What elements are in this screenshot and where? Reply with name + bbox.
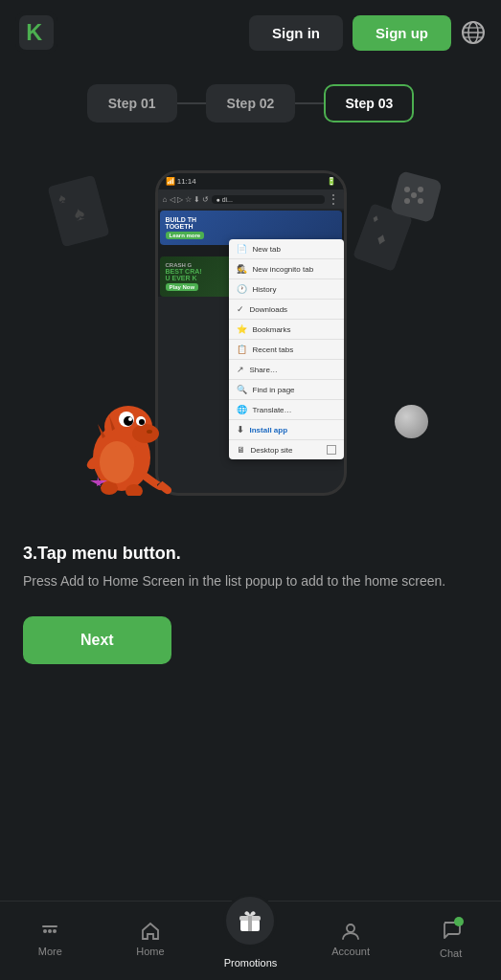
share-icon: ↗ [237, 365, 244, 374]
next-button[interactable]: Next [23, 616, 171, 664]
svg-point-32 [100, 441, 134, 483]
menu-recent-tabs: 📋 Recent tabs [229, 340, 344, 360]
menu-desktop: 🖥 Desktop site [229, 440, 344, 459]
menu-incognito: 🕵 New incognito tab [229, 259, 344, 279]
account-icon [340, 921, 361, 942]
bookmarks-icon: ⭐ [237, 324, 247, 334]
nav-item-promotions[interactable]: Promotions [200, 909, 301, 969]
account-label: Account [331, 946, 370, 957]
nav-item-home[interactable]: Home [101, 921, 201, 957]
step-01: Step 01 [87, 84, 177, 122]
globe-icon [461, 20, 486, 45]
learn-more-btn: Learn more [166, 232, 205, 239]
dino-mascot [69, 381, 174, 496]
menu-translate: 🌐 Translate… [229, 400, 344, 420]
more-icon [39, 921, 60, 942]
desktop-icon: 🖥 [237, 445, 245, 455]
home-label: Home [136, 946, 164, 957]
phone-battery: 🔋 [327, 177, 336, 186]
next-button-container: Next [0, 601, 501, 693]
svg-rect-38 [42, 925, 57, 927]
home-icon [140, 921, 161, 942]
step-03: Step 03 [324, 84, 414, 122]
svg-rect-41 [248, 916, 252, 931]
menu-install: ⬇ Install app [229, 420, 344, 440]
recent-tabs-icon: 📋 [237, 345, 247, 354]
browser-menu-icon[interactable]: ⋮ [328, 192, 339, 206]
nav-item-chat[interactable]: Chat [400, 919, 501, 959]
menu-downloads: ✓ Downloads [229, 300, 344, 320]
browser-url: ● di... [212, 195, 324, 204]
header-buttons: Sign in Sign up [249, 15, 486, 51]
new-tab-icon: 📄 [237, 244, 247, 254]
logo: K [15, 11, 57, 54]
menu-find: 🔍 Find in page [229, 380, 344, 400]
steps-container: Step 01 Step 02 Step 03 [0, 65, 501, 142]
svg-point-24 [128, 417, 132, 421]
incognito-icon: 🕵 [237, 264, 247, 274]
chat-badge [454, 917, 464, 926]
phone-mockup: 📶 11:14 🔋 ⌂ ◁ ▷ ☆ ⬇ ↺ ● di... ⋮ BUILD TH… [155, 170, 347, 496]
menu-bookmarks: ⭐ Bookmarks [229, 320, 344, 340]
svg-point-27 [147, 430, 152, 434]
bottom-navigation: More Home Promotions Account [0, 901, 501, 980]
step-connector-1 [177, 102, 206, 104]
history-icon: 🕐 [237, 284, 247, 294]
translate-icon: 🌐 [237, 405, 247, 414]
promotions-icon [237, 907, 263, 934]
step-02: Step 02 [206, 84, 296, 122]
dice-decoration [390, 170, 443, 223]
header: K Sign in Sign up [0, 0, 501, 65]
menu-new-tab: 📄 New tab [229, 239, 344, 259]
phone-time: 📶 11:14 [166, 177, 196, 186]
svg-point-26 [139, 419, 145, 425]
context-menu: 📄 New tab 🕵 New incognito tab 🕐 History … [229, 239, 344, 459]
ball-decoration [395, 405, 428, 438]
svg-point-36 [48, 929, 52, 933]
signup-button[interactable]: Sign up [353, 15, 451, 51]
nav-item-account[interactable]: Account [301, 921, 401, 957]
svg-point-35 [43, 929, 47, 933]
instructions-title: 3.Tap menu button. [23, 544, 478, 564]
find-icon: 🔍 [237, 385, 247, 394]
chat-label: Chat [440, 947, 462, 959]
downloads-icon: ✓ [237, 304, 244, 314]
menu-history: 🕐 History [229, 279, 344, 300]
more-label: More [38, 946, 62, 957]
svg-point-14 [404, 187, 410, 192]
phone-illustration: ♠ ♠ ♦ ♦ 📶 11:14 🔋 ⌂ ◁ ▷ ☆ ⬇ ↺ [40, 151, 462, 515]
promotions-circle [223, 894, 277, 947]
svg-point-42 [347, 924, 354, 932]
language-button[interactable] [461, 20, 486, 45]
menu-share: ↗ Share… [229, 360, 344, 380]
browser-nav-icons: ⌂ ◁ ▷ ☆ ⬇ ↺ [163, 195, 210, 204]
signin-button[interactable]: Sign in [249, 15, 343, 51]
svg-point-37 [53, 929, 57, 933]
promotions-label: Promotions [224, 957, 278, 969]
svg-point-30 [101, 481, 118, 495]
svg-point-17 [418, 198, 423, 204]
step-connector-2 [295, 102, 324, 104]
svg-point-15 [418, 187, 423, 192]
instructions-description: Press Add to Home Screen in the list pop… [23, 571, 478, 591]
nav-item-more[interactable]: More [0, 921, 101, 957]
phone-status-bar: 📶 11:14 🔋 [158, 173, 344, 189]
card-decoration-left: ♠ ♠ [47, 175, 109, 248]
svg-point-21 [132, 424, 159, 443]
svg-point-18 [411, 192, 417, 198]
svg-point-23 [124, 416, 133, 426]
svg-text:K: K [26, 20, 42, 45]
play-now-btn: Play Now [166, 283, 199, 291]
install-icon: ⬇ [237, 425, 244, 434]
phone-content: BUILD THTOGETH Learn more CRASH G BEST C… [158, 211, 344, 297]
svg-point-16 [404, 198, 410, 204]
instructions-section: 3.Tap menu button. Press Add to Home Scr… [0, 524, 501, 601]
phone-browser-bar: ⌂ ◁ ▷ ☆ ⬇ ↺ ● di... ⋮ [158, 189, 344, 209]
